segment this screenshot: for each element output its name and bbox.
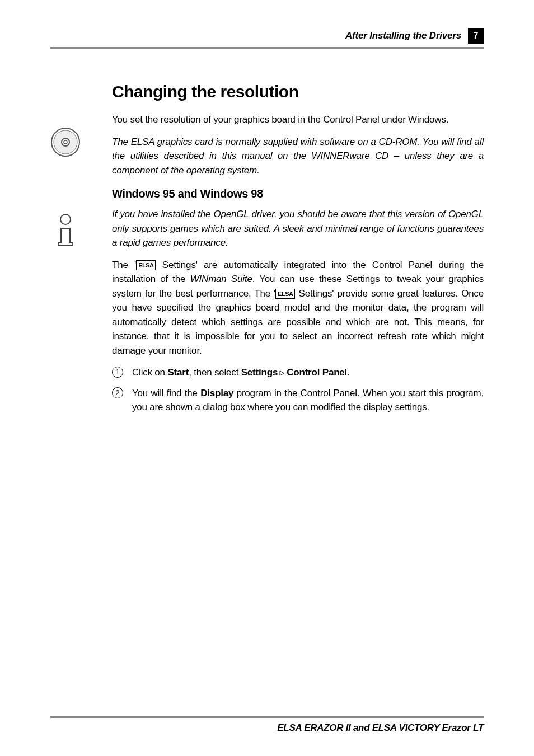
product-name: WINman Suite bbox=[190, 274, 252, 284]
intro-paragraph: You set the resolution of your graphics … bbox=[112, 112, 484, 127]
cd-note-paragraph: The ELSA graphics card is normally suppl… bbox=[112, 135, 484, 178]
elsa-logo-icon: ELSA bbox=[136, 260, 156, 271]
svg-point-3 bbox=[64, 140, 67, 144]
text: . bbox=[347, 367, 350, 378]
text: The ' bbox=[112, 260, 136, 270]
ui-label: Start bbox=[167, 367, 189, 378]
opengl-note-paragraph: If you have installed the OpenGL driver,… bbox=[112, 207, 484, 250]
page-title: Changing the resolution bbox=[112, 82, 484, 101]
ui-label: Settings bbox=[241, 367, 278, 378]
ui-label: Control Panel bbox=[287, 367, 347, 378]
menu-arrow-icon bbox=[279, 366, 285, 381]
text: You will find the bbox=[132, 388, 200, 398]
svg-point-4 bbox=[60, 214, 71, 224]
ui-label: Display bbox=[200, 388, 233, 398]
info-icon bbox=[50, 214, 81, 247]
page-number: 7 bbox=[468, 28, 484, 44]
header-rule bbox=[50, 47, 484, 49]
svg-marker-5 bbox=[280, 371, 284, 375]
subsection-title: Windows 95 and Windows 98 bbox=[112, 187, 484, 200]
footer-text: ELSA ERAZOR II and ELSA VICTORY Erazor L… bbox=[50, 716, 484, 734]
step-item: Click on Start, then select SettingsCont… bbox=[112, 365, 484, 381]
product-name: WINNERware CD bbox=[312, 151, 389, 161]
text: Click on bbox=[132, 367, 167, 378]
header-section-label: After Installing the Drivers bbox=[345, 30, 461, 41]
step-item: You will find the Display program in the… bbox=[112, 386, 484, 415]
elsa-logo-icon: ELSA bbox=[275, 289, 295, 299]
steps-list: Click on Start, then select SettingsCont… bbox=[112, 365, 484, 415]
cd-icon bbox=[50, 127, 81, 157]
elsa-settings-paragraph: The 'ELSA Settings' are automatically in… bbox=[112, 258, 484, 358]
text: , then select bbox=[189, 367, 241, 378]
